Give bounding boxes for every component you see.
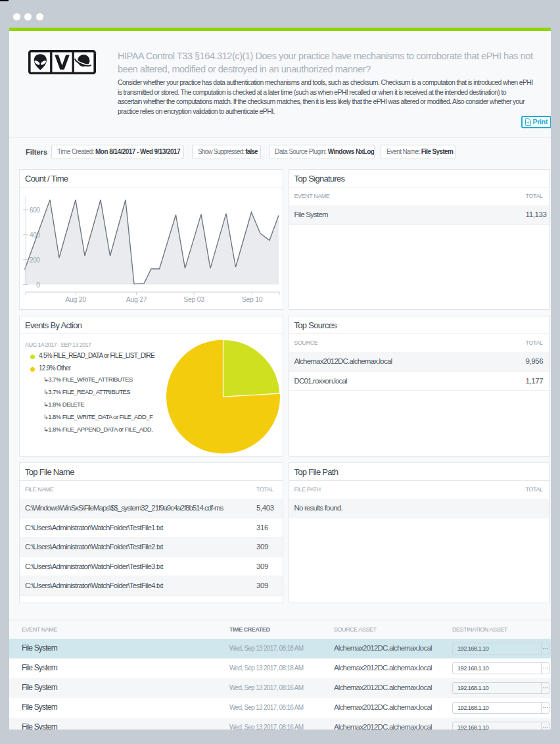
svg-text:Aug 20: Aug 20	[65, 295, 86, 303]
svg-text:Aug 27: Aug 27	[126, 295, 147, 303]
svg-text:400: 400	[30, 232, 40, 239]
svg-text:200: 200	[30, 257, 40, 264]
svg-text:Sep 10: Sep 10	[242, 295, 263, 303]
svg-text:™: ™	[94, 52, 97, 55]
svg-text:0: 0	[36, 282, 40, 289]
svg-text:600: 600	[30, 207, 40, 214]
svg-text:Sep 03: Sep 03	[183, 295, 204, 303]
